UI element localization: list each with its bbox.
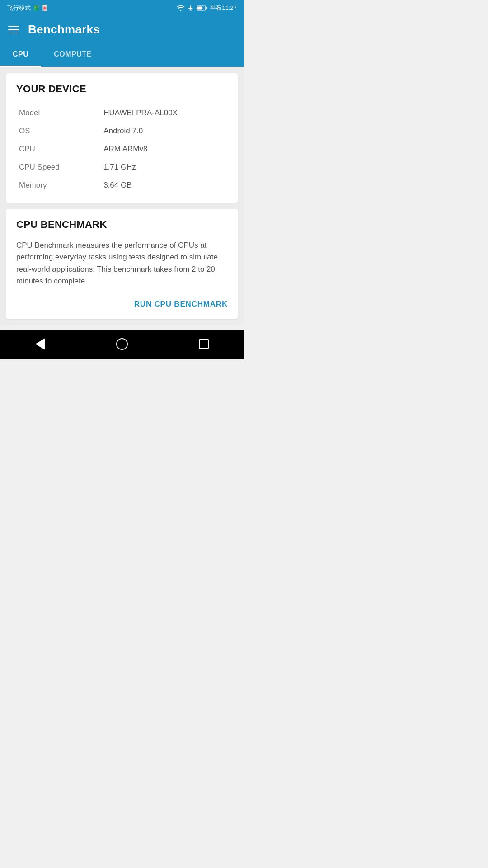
home-button[interactable] — [112, 334, 132, 354]
bottom-navigation — [0, 330, 244, 359]
status-right: 半夜11:27 — [177, 4, 237, 12]
airplane-icon — [188, 5, 194, 11]
device-row-value: 1.71 GHz — [101, 158, 228, 176]
run-benchmark-container: RUN CPU BENCHMARK — [16, 298, 228, 311]
benchmark-description: CPU Benchmark measures the performance o… — [16, 240, 228, 287]
toolbar: Benchmarks — [0, 16, 244, 43]
back-button[interactable] — [31, 334, 50, 354]
status-bar: 飞行模式 🐉 🀄 半夜11:27 — [0, 0, 244, 16]
device-row-value: ARM ARMv8 — [101, 140, 228, 158]
tab-compute[interactable]: COMPUTE — [41, 43, 104, 67]
toolbar-title: Benchmarks — [28, 23, 100, 37]
device-row-label: Memory — [16, 176, 101, 194]
run-cpu-benchmark-button[interactable]: RUN CPU BENCHMARK — [134, 298, 228, 311]
benchmark-card: CPU BENCHMARK CPU Benchmark measures the… — [6, 209, 238, 319]
back-icon — [35, 338, 45, 350]
battery-icon — [197, 5, 207, 11]
device-table-row: Memory3.64 GB — [16, 176, 228, 194]
tabs-bar: CPU COMPUTE — [0, 43, 244, 67]
home-icon — [116, 338, 128, 350]
device-table-row: OSAndroid 7.0 — [16, 122, 228, 140]
hamburger-menu-button[interactable] — [8, 26, 19, 34]
tab-cpu[interactable]: CPU — [0, 43, 41, 67]
device-row-label: CPU Speed — [16, 158, 101, 176]
svg-rect-2 — [206, 7, 207, 9]
device-row-label: OS — [16, 122, 101, 140]
svg-rect-1 — [197, 6, 202, 9]
main-content: YOUR DEVICE ModelHUAWEI PRA-AL00XOSAndro… — [0, 67, 244, 325]
device-row-value: Android 7.0 — [101, 122, 228, 140]
device-info-table: ModelHUAWEI PRA-AL00XOSAndroid 7.0CPUARM… — [16, 104, 228, 194]
device-table-row: CPUARM ARMv8 — [16, 140, 228, 158]
recents-icon — [199, 339, 209, 349]
clock-text: 半夜11:27 — [210, 4, 237, 12]
status-left: 飞行模式 🐉 🀄 — [7, 4, 48, 12]
device-row-value: 3.64 GB — [101, 176, 228, 194]
device-row-label: Model — [16, 104, 101, 122]
recents-button[interactable] — [194, 335, 213, 354]
device-info-card: YOUR DEVICE ModelHUAWEI PRA-AL00XOSAndro… — [6, 73, 238, 203]
device-table-row: CPU Speed1.71 GHz — [16, 158, 228, 176]
status-left-text: 飞行模式 🐉 🀄 — [7, 4, 48, 12]
device-table-row: ModelHUAWEI PRA-AL00X — [16, 104, 228, 122]
device-card-title: YOUR DEVICE — [16, 83, 228, 95]
benchmark-card-title: CPU BENCHMARK — [16, 219, 228, 231]
device-row-label: CPU — [16, 140, 101, 158]
wifi-icon — [177, 5, 185, 11]
device-row-value: HUAWEI PRA-AL00X — [101, 104, 228, 122]
